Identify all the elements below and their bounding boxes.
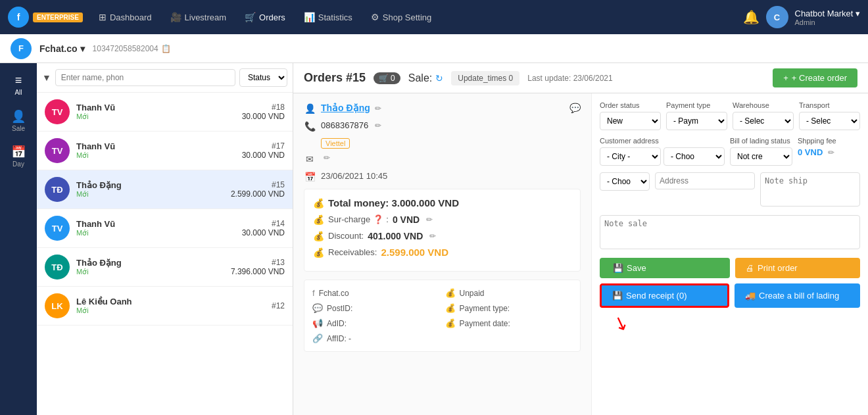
affid-label: AffID: - bbox=[327, 334, 351, 343]
nav-dashboard[interactable]: ⊞ Dashboard bbox=[91, 8, 160, 26]
transport-select[interactable]: - Selec bbox=[799, 112, 860, 130]
contact-item[interactable]: TV Thanh Vũ Mới #17 30.000 VND bbox=[37, 132, 293, 170]
ward-select[interactable]: - Choo bbox=[600, 172, 650, 191]
ward-group: - Choo bbox=[600, 172, 650, 208]
save-button[interactable]: 💾 Save bbox=[600, 258, 730, 278]
contact-status: Mới bbox=[76, 151, 235, 160]
main-layout: ≡ All 👤 Sale 📅 Day ▼ Status TV Thanh Vũ … bbox=[0, 63, 868, 415]
order-id: #15 bbox=[231, 180, 285, 189]
note-ship-textarea[interactable] bbox=[760, 172, 860, 207]
affid-item: 🔗 AffID: - bbox=[312, 333, 440, 343]
nav-shop-setting[interactable]: ⚙ Shop Setting bbox=[363, 8, 439, 26]
post-icon: 💬 bbox=[312, 303, 323, 313]
receivables-value: 2.599.000 VND bbox=[381, 247, 448, 258]
order-status-select[interactable]: New bbox=[600, 112, 661, 130]
shipping-fee-group: Shpping fee 0 VND ✏ bbox=[798, 137, 860, 166]
edit-shipping-icon[interactable]: ✏ bbox=[828, 148, 834, 157]
messenger-icon[interactable]: 💬 bbox=[569, 103, 581, 113]
note-sale-textarea[interactable] bbox=[600, 215, 860, 249]
payment-date-item: 💰 Payment date: bbox=[445, 318, 573, 328]
enterprise-badge: ENTERPRISE bbox=[33, 12, 83, 22]
email-icon: ✉ bbox=[304, 154, 316, 164]
receivables-row: 💰 Receivables: 2.599.000 VND bbox=[312, 247, 572, 258]
payment-type-select[interactable]: - Paym bbox=[666, 112, 727, 130]
city-select[interactable]: - City - bbox=[600, 147, 661, 166]
adid-label: AdID: bbox=[327, 319, 347, 328]
order-amount: 2.599.000 VND bbox=[231, 189, 285, 199]
create-order-button[interactable]: + + Create order bbox=[773, 68, 857, 87]
contact-item[interactable]: TV Thanh Vũ Mới #18 30.000 VND bbox=[37, 93, 293, 132]
search-bar: ▼ Status bbox=[37, 63, 293, 93]
contact-status: Mới bbox=[76, 112, 235, 121]
nav-statistics[interactable]: 📊 Statistics bbox=[296, 8, 360, 26]
phone-icon: 📞 bbox=[304, 121, 316, 132]
create-bill-button[interactable]: 🚚 Create a bill of lading bbox=[735, 283, 860, 308]
contact-item[interactable]: TV Thanh Vũ Mới #14 30.000 VND bbox=[37, 209, 293, 248]
customer-name[interactable]: Thảo Đặng bbox=[321, 103, 370, 113]
contact-item[interactable]: TĐ Thảo Đặng Mới #15 2.599.000 VND bbox=[37, 170, 293, 209]
contact-meta: #13 7.396.000 VND bbox=[231, 258, 285, 276]
warehouse-select[interactable]: - Selec bbox=[733, 112, 794, 130]
refresh-icon[interactable]: ↻ bbox=[435, 73, 443, 84]
sidebar-item-day[interactable]: 📅 Day bbox=[5, 139, 32, 172]
edit-email-icon[interactable]: ✏ bbox=[324, 153, 330, 162]
contact-meta: #14 30.000 VND bbox=[242, 219, 285, 237]
bell-icon[interactable]: 🔔 bbox=[743, 9, 760, 25]
customer-address-group: Customer address - City - - Choo bbox=[600, 137, 725, 166]
sidebar-item-all[interactable]: ≡ All bbox=[5, 68, 32, 101]
calendar-icon: 📅 bbox=[304, 172, 316, 182]
bill-of-lading-group: Bill of lading status Not cre bbox=[730, 137, 792, 166]
contact-avatar: TV bbox=[45, 99, 70, 124]
order-id: #18 bbox=[242, 103, 285, 112]
edit-phone-icon[interactable]: ✏ bbox=[375, 121, 381, 130]
user-info[interactable]: Chatbot Market ▾ Admin bbox=[795, 9, 861, 26]
send-receipt-button[interactable]: 💾 Send receipt (0) bbox=[600, 283, 729, 308]
sidebar-item-sale[interactable]: 👤 Sale bbox=[5, 104, 32, 137]
receivables-icon: 💰 bbox=[312, 247, 324, 258]
filter-icon[interactable]: ▼ bbox=[42, 72, 51, 83]
footer-info: f Fchat.co 💰 Unpaid 💬 PostID: 💰 Payment … bbox=[304, 280, 581, 352]
contact-meta: #17 30.000 VND bbox=[242, 141, 285, 160]
address-input[interactable] bbox=[655, 172, 755, 189]
print-order-button[interactable]: 🖨 Print order bbox=[735, 258, 860, 278]
order-id: #14 bbox=[242, 219, 285, 228]
update-times-badge: Update_times 0 bbox=[451, 71, 519, 85]
contact-info: Thanh Vũ Mới bbox=[76, 141, 235, 160]
contact-info: Lê Kiều Oanh Mới bbox=[76, 297, 265, 315]
nav-livestream[interactable]: 🎥 Livestream bbox=[162, 8, 235, 26]
edit-customer-icon[interactable]: ✏ bbox=[375, 104, 381, 113]
order-id: #13 bbox=[231, 258, 285, 267]
copy-icon[interactable]: 📋 bbox=[161, 44, 171, 53]
contact-item[interactable]: TĐ Thảo Đặng Mới #13 7.396.000 VND bbox=[37, 248, 293, 287]
district-select[interactable]: - Choo bbox=[663, 147, 725, 166]
search-input[interactable] bbox=[55, 69, 235, 86]
order-detail: 👤 Thảo Đặng ✏ 💬 📞 0868367876 ✏ bbox=[293, 93, 592, 415]
contact-item[interactable]: LK Lê Kiều Oanh Mới #12 bbox=[37, 287, 293, 326]
transport-label: Transport bbox=[799, 101, 860, 109]
fchat-logo[interactable]: f bbox=[8, 7, 29, 28]
aff-icon: 🔗 bbox=[312, 333, 323, 343]
discount-row: 💰 Discount: 401.000 VND ✏ bbox=[312, 230, 572, 241]
order-amount: 30.000 VND bbox=[242, 228, 285, 237]
bill-status-select[interactable]: Not cre bbox=[730, 147, 792, 166]
payment-type-item: 💰 Payment type: bbox=[445, 303, 573, 313]
phone-number: 0868367876 bbox=[321, 120, 368, 130]
contact-list: TV Thanh Vũ Mới #18 30.000 VND TV Thanh … bbox=[37, 93, 293, 415]
money-icon: 💰 bbox=[312, 198, 324, 208]
edit-discount-icon[interactable]: ✏ bbox=[429, 232, 436, 241]
action-buttons: 💾 Save 🖨 Print order 💾 Send receipt (0) bbox=[600, 258, 860, 335]
day-icon: 📅 bbox=[11, 145, 26, 159]
surcharge-icon: 💰 bbox=[312, 214, 324, 225]
date-row: 📅 23/06/2021 10:45 bbox=[304, 171, 581, 182]
contact-name: Thảo Đặng bbox=[76, 258, 224, 268]
contact-name: Thanh Vũ bbox=[76, 103, 235, 112]
nav-orders[interactable]: 🛒 Orders bbox=[237, 8, 293, 26]
shop-name[interactable]: Fchat.co ▾ bbox=[39, 43, 85, 54]
discount-icon: 💰 bbox=[312, 231, 324, 241]
order-status-label: Order status bbox=[600, 101, 661, 109]
status-select[interactable]: Status bbox=[239, 68, 287, 87]
surcharge-value: 0 VND bbox=[393, 214, 420, 225]
left-panel: ▼ Status TV Thanh Vũ Mới #18 30.000 VND … bbox=[37, 63, 293, 415]
contact-meta: #15 2.599.000 VND bbox=[231, 180, 285, 199]
edit-surcharge-icon[interactable]: ✏ bbox=[426, 215, 433, 224]
